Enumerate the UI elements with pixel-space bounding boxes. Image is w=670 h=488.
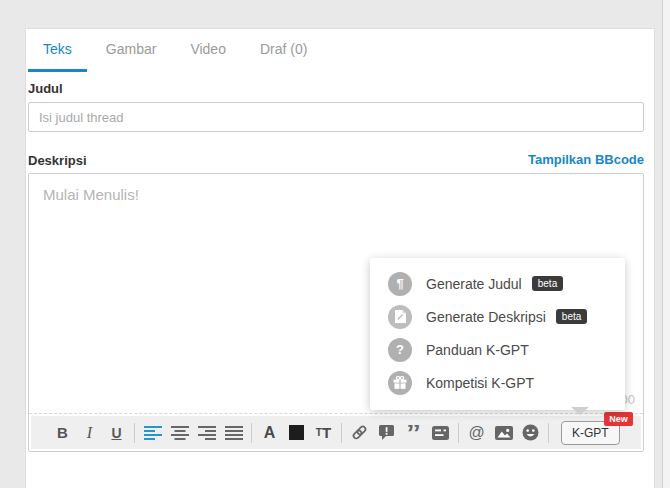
document-edit-icon	[388, 305, 412, 329]
toolbar-separator	[458, 423, 459, 443]
tab-teks[interactable]: Teks	[28, 33, 87, 72]
toolbar-separator	[251, 423, 252, 443]
font-color-icon[interactable]: A	[256, 421, 283, 445]
menu-item-label: Kompetisi K-GPT	[426, 375, 534, 391]
alert-bubble-icon[interactable]	[373, 421, 400, 445]
menu-item-label: Generate Judul	[426, 276, 522, 292]
formatting-toolbar: B I U	[31, 416, 641, 449]
blockquote-icon[interactable]: ”	[400, 425, 427, 441]
deskripsi-label: Deskripsi	[28, 153, 87, 168]
italic-icon[interactable]: I	[76, 421, 103, 445]
editor-tabs: Teks Gambar Video Draf (0)	[28, 33, 322, 72]
font-size-icon[interactable]: TT	[310, 421, 337, 445]
question-icon: ?	[388, 338, 412, 362]
align-justify-icon[interactable]	[220, 421, 247, 445]
align-right-icon[interactable]	[193, 421, 220, 445]
pilcrow-icon: ¶	[388, 272, 412, 296]
mention-icon[interactable]: @	[463, 421, 490, 445]
toolbar-separator	[548, 423, 549, 443]
tampilkan-bbcode-link[interactable]: Tampilkan BBcode	[528, 152, 644, 167]
link-icon[interactable]	[346, 421, 373, 445]
image-icon[interactable]	[490, 421, 517, 445]
new-badge: New	[604, 412, 633, 426]
menu-item-generate-deskripsi[interactable]: Generate Deskripsi beta	[370, 300, 625, 333]
menu-item-generate-judul[interactable]: ¶ Generate Judul beta	[370, 267, 625, 300]
menu-item-panduan-kgpt[interactable]: ? Panduan K-GPT	[370, 333, 625, 366]
tab-video[interactable]: Video	[175, 33, 241, 72]
kgpt-popup-menu: ¶ Generate Judul beta Generate Deskripsi…	[370, 258, 625, 410]
tab-gambar[interactable]: Gambar	[91, 33, 172, 72]
toolbar-separator	[341, 423, 342, 443]
kgpt-button-wrap: K-GPT New	[561, 421, 620, 445]
align-center-icon[interactable]	[166, 421, 193, 445]
toolbar-separator	[134, 423, 135, 443]
beta-badge: beta	[532, 276, 563, 291]
menu-item-label: Generate Deskripsi	[426, 309, 546, 325]
align-left-icon[interactable]	[139, 421, 166, 445]
scrollbar-track[interactable]	[662, 0, 670, 488]
gift-icon	[388, 371, 412, 395]
judul-label: Judul	[28, 81, 63, 96]
tab-draf[interactable]: Draf (0)	[245, 33, 322, 72]
emoji-icon[interactable]	[517, 421, 544, 445]
spoiler-icon[interactable]	[427, 421, 454, 445]
bold-icon[interactable]: B	[49, 421, 76, 445]
popup-caret	[571, 407, 589, 415]
color-swatch-icon[interactable]	[283, 421, 310, 445]
underline-icon[interactable]: U	[103, 421, 130, 445]
beta-badge: beta	[556, 309, 587, 324]
menu-item-label: Panduan K-GPT	[426, 342, 529, 358]
judul-input[interactable]	[28, 102, 644, 132]
menu-item-kompetisi-kgpt[interactable]: Kompetisi K-GPT	[370, 366, 625, 399]
